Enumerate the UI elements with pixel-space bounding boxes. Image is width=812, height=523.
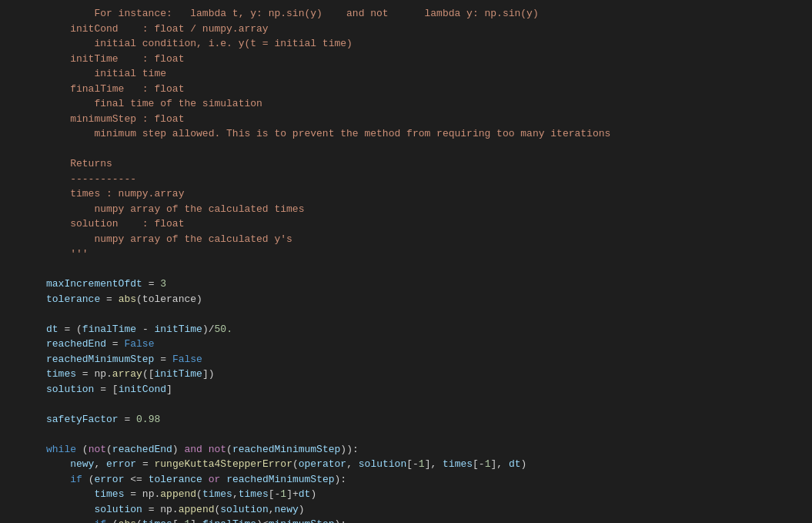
code-line: numpy array of the calculated times [0, 202, 812, 217]
code-editor: For instance: lambda t, y: np.sin(y) and… [0, 0, 812, 523]
code-line: For instance: lambda t, y: np.sin(y) and… [0, 6, 812, 22]
code-line: initCond : float / numpy.array [0, 22, 812, 37]
code-line: ''' [0, 246, 812, 262]
code-line: tolerance = abs(tolerance) [0, 292, 812, 307]
code-line [0, 262, 812, 277]
code-line: final time of the simulation [0, 96, 812, 112]
code-line: reachedMinimumStep = False [0, 352, 812, 367]
code-line: if (error <= tolerance or reachedMinimum… [0, 472, 812, 488]
code-line: minimum step allowed. This is to prevent… [0, 126, 812, 142]
code-line: initTime : float [0, 52, 812, 67]
code-line [0, 397, 812, 412]
code-line [0, 142, 812, 157]
code-line: initial condition, i.e. y(t = initial ti… [0, 36, 812, 52]
code-line: ----------- [0, 172, 812, 187]
code-line: solution = [initCond] [0, 382, 812, 397]
code-line: numpy array of the calculated y's [0, 232, 812, 247]
code-line: initial time [0, 66, 812, 82]
code-line: if (abs(times[-1]-finalTime)<minimumStep… [0, 517, 812, 523]
code-line: dt = (finalTime - initTime)/50. [0, 322, 812, 337]
code-line: while (not(reachedEnd) and not(reachedMi… [0, 442, 812, 458]
code-line: times = np.array([initTime]) [0, 367, 812, 382]
code-line: solution : float [0, 216, 812, 232]
code-line: reachedEnd = False [0, 337, 812, 352]
code-line: Returns [0, 156, 812, 172]
code-line: newy, error = rungeKutta4StepperError(op… [0, 457, 812, 472]
code-line: finalTime : float [0, 82, 812, 97]
code-line: times : numpy.array [0, 186, 812, 202]
code-line: maxIncrementOfdt = 3 [0, 277, 812, 292]
code-line: solution = np.append(solution,newy) [0, 502, 812, 518]
code-line: times = np.append(times,times[-1]+dt) [0, 487, 812, 502]
code-line: safetyFactor = 0.98 [0, 412, 812, 427]
code-line [0, 307, 812, 322]
code-line [0, 427, 812, 442]
code-line: minimumStep : float [0, 112, 812, 127]
